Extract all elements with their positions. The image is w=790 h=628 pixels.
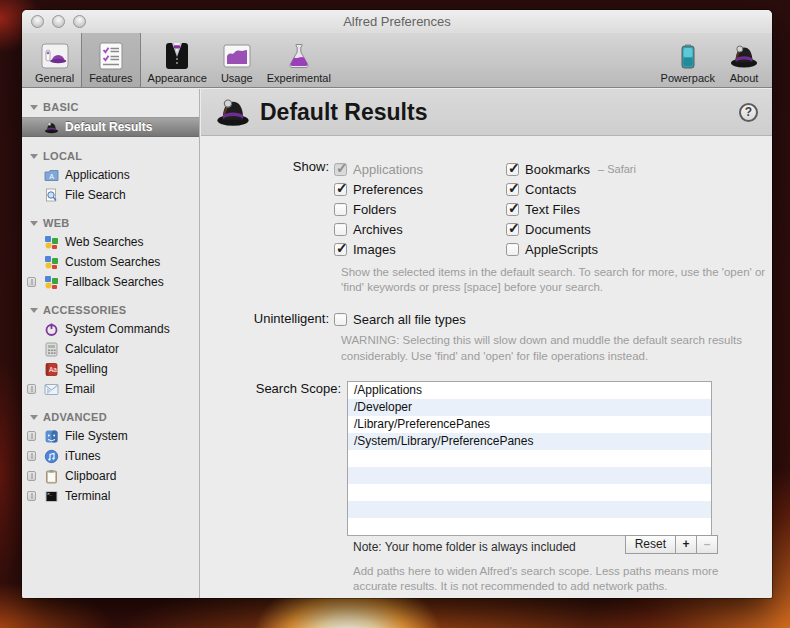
file-search-icon	[44, 188, 59, 203]
unintelligent-label: Unintelligent:	[201, 311, 334, 327]
sidebar-item-default-results[interactable]: Default Results	[22, 117, 199, 137]
checkbox-label: Contacts	[525, 182, 576, 197]
powerpack-badge-icon	[27, 384, 36, 394]
toolbar-tab-appearance[interactable]: Appearance	[141, 33, 214, 87]
sidebar-item-custom-searches[interactable]: Custom Searches	[22, 252, 199, 272]
checkbox-row-preferences[interactable]: Preferences	[334, 179, 506, 199]
toolbar-tab-label: Experimental	[267, 72, 331, 84]
scope-empty-row	[348, 518, 711, 535]
applescripts-checkbox[interactable]	[506, 243, 519, 256]
checkbox-row-contacts[interactable]: Contacts	[506, 179, 636, 199]
section-title: WEB	[43, 217, 70, 229]
toolbar-spacer	[338, 33, 654, 87]
images-checkbox[interactable]	[334, 243, 347, 256]
spelling-book-icon: Aa	[44, 362, 59, 377]
search-scope-label: Search Scope:	[201, 381, 347, 536]
show-help-text: Show the selected items in the default s…	[341, 265, 772, 295]
checkbox-row-images[interactable]: Images	[334, 239, 506, 259]
toolbar-button-about[interactable]: About	[722, 33, 766, 87]
close-button[interactable]	[31, 15, 44, 28]
toolbar-button-label: About	[730, 72, 759, 84]
sidebar-item-file-system[interactable]: File System	[22, 426, 199, 446]
sidebar-item-calculator[interactable]: Calculator	[22, 339, 199, 359]
experimental-flask-icon	[284, 41, 314, 71]
reset-button[interactable]: Reset	[625, 535, 676, 554]
scope-footer-help-text: Add paths here to widen Alfred's search …	[353, 564, 733, 595]
sidebar-item-terminal[interactable]: >_ Terminal	[22, 486, 199, 506]
general-hat-icon	[40, 41, 70, 71]
sidebar-section-local[interactable]: LOCAL	[22, 147, 199, 165]
features-checklist-icon	[96, 41, 126, 71]
window-title: Alfred Preferences	[22, 14, 772, 29]
sidebar-item-label: File System	[65, 429, 128, 443]
preferences-checkbox[interactable]	[334, 183, 347, 196]
terminal-icon: >_	[44, 489, 59, 504]
finder-icon	[44, 429, 59, 444]
contacts-checkbox[interactable]	[506, 183, 519, 196]
checkbox-row-search-all-file-types[interactable]: Search all file types	[334, 311, 466, 327]
toolbar-tab-label: Features	[89, 72, 132, 84]
checkbox-row-folders[interactable]: Folders	[334, 199, 506, 219]
checkbox-row-text-files[interactable]: Text Files	[506, 199, 636, 219]
checkbox-label: AppleScripts	[525, 242, 598, 257]
disclosure-triangle-icon	[30, 415, 38, 420]
sidebar-section-advanced[interactable]: ADVANCED	[22, 408, 199, 426]
sidebar-section-basic[interactable]: BASIC	[22, 98, 199, 116]
checkbox-row-bookmarks[interactable]: Bookmarks – Safari	[506, 159, 636, 179]
sidebar-item-web-searches[interactable]: Web Searches	[22, 232, 199, 252]
search-scope-list[interactable]: /Applications /Developer /Library/Prefer…	[347, 381, 712, 536]
sidebar-item-label: Applications	[65, 168, 130, 182]
scope-empty-row	[348, 450, 711, 467]
default-results-form: Show: Applications Preferences Folders	[201, 136, 772, 595]
checkbox-row-applescripts[interactable]: AppleScripts	[506, 239, 636, 259]
text-files-checkbox[interactable]	[506, 203, 519, 216]
folders-checkbox[interactable]	[334, 203, 347, 216]
sidebar-section-web[interactable]: WEB	[22, 214, 199, 232]
section-title: LOCAL	[43, 150, 82, 162]
bookmarks-checkbox[interactable]	[506, 163, 519, 176]
powerpack-badge-icon	[27, 277, 36, 287]
scope-path-row[interactable]: /Developer	[348, 399, 711, 416]
sidebar-item-file-search[interactable]: File Search	[22, 185, 199, 205]
help-button[interactable]: ?	[739, 103, 758, 122]
archives-checkbox[interactable]	[334, 223, 347, 236]
add-path-button[interactable]: +	[675, 535, 697, 554]
toolbar-tab-usage[interactable]: Usage	[214, 33, 260, 87]
documents-checkbox[interactable]	[506, 223, 519, 236]
email-icon	[44, 382, 59, 397]
toolbar-button-powerpack[interactable]: Powerpack	[654, 33, 722, 87]
scope-path-row[interactable]: /System/Library/PreferencePanes	[348, 433, 711, 450]
sidebar-item-label: Calculator	[65, 342, 119, 356]
checkbox-label: Archives	[353, 222, 403, 237]
sidebar-item-system-commands[interactable]: System Commands	[22, 319, 199, 339]
checkbox-row-archives[interactable]: Archives	[334, 219, 506, 239]
sidebar: BASIC Default Results LOCAL A Applicatio…	[22, 89, 200, 598]
checkbox-label: Text Files	[525, 202, 580, 217]
sidebar-item-applications[interactable]: A Applications	[22, 165, 199, 185]
powerpack-badge-icon	[27, 431, 36, 441]
search-all-file-types-checkbox[interactable]	[334, 313, 347, 326]
sidebar-item-clipboard[interactable]: Clipboard	[22, 466, 199, 486]
applications-checkbox	[334, 163, 347, 176]
minimize-button[interactable]	[52, 15, 65, 28]
scope-path-row[interactable]: /Library/PreferencePanes	[348, 416, 711, 433]
title-bar[interactable]: Alfred Preferences	[22, 10, 772, 33]
web-search-icon	[44, 255, 59, 270]
disclosure-triangle-icon	[30, 308, 38, 313]
toolbar-tab-general[interactable]: General	[28, 33, 81, 87]
sidebar-item-email[interactable]: Email	[22, 379, 199, 399]
toolbar-tab-experimental[interactable]: Experimental	[260, 33, 338, 87]
checkbox-row-documents[interactable]: Documents	[506, 219, 636, 239]
scope-buttons: Reset + –	[625, 535, 718, 554]
sidebar-section-accessories[interactable]: ACCESSORIES	[22, 301, 199, 319]
zoom-button[interactable]	[73, 15, 86, 28]
toolbar-tab-features[interactable]: Features	[81, 33, 140, 87]
sidebar-item-label: Clipboard	[65, 469, 116, 483]
sidebar-item-spelling[interactable]: Aa Spelling	[22, 359, 199, 379]
sidebar-item-fallback-searches[interactable]: Fallback Searches	[22, 272, 199, 292]
alfred-hat-icon	[44, 120, 59, 135]
calculator-icon	[44, 342, 59, 357]
sidebar-item-itunes[interactable]: iTunes	[22, 446, 199, 466]
scope-empty-row	[348, 467, 711, 484]
scope-path-row[interactable]: /Applications	[348, 382, 711, 399]
